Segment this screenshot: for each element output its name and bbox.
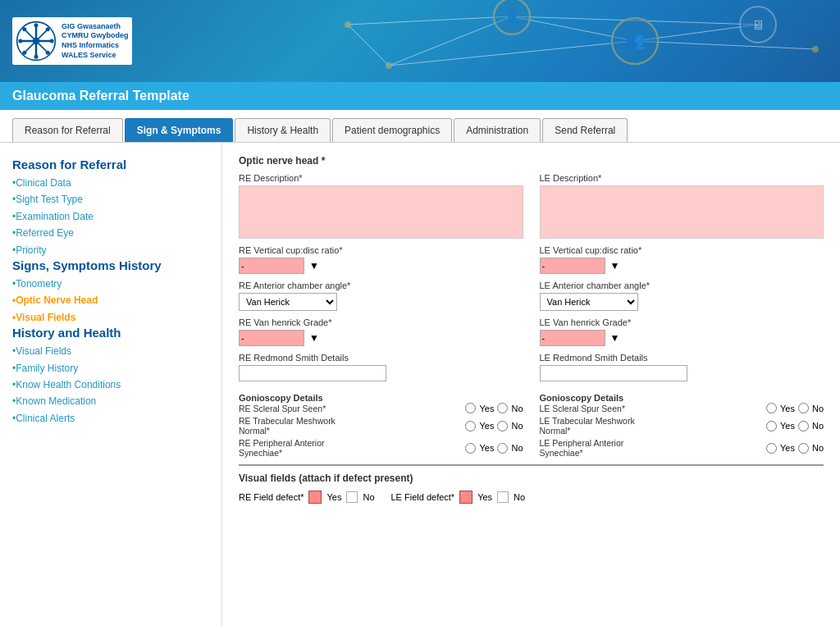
sidebar-section-reason: Reason for Referral •Clinical Data •Sigh…	[12, 158, 209, 258]
le-vcd-row: ▼	[540, 258, 824, 274]
le-field-item: LE Field defect* Yes No	[391, 491, 526, 504]
le-peripheral-item: LE Peripheral AnteriorSynechiae* Yes No	[540, 438, 824, 458]
le-description-group: LE Description*	[540, 173, 824, 239]
sidebar-item-referred-eye[interactable]: •Referred Eye	[12, 225, 209, 241]
re-scleral-no-radio[interactable]	[497, 403, 508, 413]
logo-nhs: NHS Informatics	[62, 41, 129, 51]
sidebar-item-priority[interactable]: •Priority	[12, 242, 209, 258]
le-field-label: LE Field defect*	[391, 492, 455, 502]
sidebar-item-visual-fields2[interactable]: •Visual Fields	[12, 343, 209, 359]
re-scleral-yes-radio[interactable]	[465, 403, 476, 413]
re-scleral-yes-label: Yes	[479, 404, 494, 413]
sidebar-item-family-history[interactable]: •Family History	[12, 360, 209, 377]
re-peripheral-no-label: No	[511, 443, 523, 453]
sidebar-item-exam-date[interactable]: •Examination Date	[12, 208, 209, 225]
re-description-input[interactable]	[239, 185, 523, 239]
re-aca-select[interactable]: Van Herick	[239, 293, 337, 311]
re-field-yes-checkbox[interactable]	[308, 491, 322, 504]
optic-nerve-header: Optic nerve head *	[239, 155, 824, 167]
re-trabecular-radios: Yes No	[465, 421, 523, 431]
re-field-no-checkbox[interactable]	[346, 491, 358, 503]
sidebar-title-history: History and Health	[12, 326, 209, 340]
le-peripheral-yes-label: Yes	[780, 443, 795, 453]
re-rsd-input[interactable]	[239, 365, 386, 381]
svg-point-7	[34, 55, 39, 59]
le-trabecular-radios: Yes No	[766, 421, 824, 431]
description-row: RE Description* LE Description*	[239, 173, 824, 239]
tabs-bar: Reason for Referral Sign & Symptoms Hist…	[0, 110, 840, 143]
le-peripheral-yes-radio[interactable]	[766, 443, 777, 454]
re-trabecular-yes-radio[interactable]	[465, 421, 476, 431]
trabecular-row: RE Trabecular MeshworkNormal* Yes No LE …	[239, 416, 824, 436]
re-peripheral-no-radio[interactable]	[497, 443, 508, 454]
sidebar-item-medication[interactable]: •Known Medication	[12, 393, 209, 409]
re-vhg-dropdown-icon[interactable]: ▼	[309, 332, 319, 344]
le-vhg-group: LE Van henrick Grade* ▼	[540, 317, 824, 346]
logo-cymru: CYMRU Gwybodeg	[62, 31, 129, 41]
re-vcd-input[interactable]	[239, 258, 304, 274]
re-aca-label: RE Anterior chamber angle*	[239, 281, 523, 290]
sidebar-item-tonometry[interactable]: •Tonometry	[12, 276, 209, 292]
vf-row: RE Field defect* Yes No LE Field defect*…	[239, 491, 824, 504]
tab-history[interactable]: History & Health	[235, 118, 331, 142]
re-scleral-label: RE Scleral Spur Seen*	[239, 404, 465, 413]
le-scleral-yes-radio[interactable]	[766, 403, 777, 413]
re-scleral-no-label: No	[511, 404, 523, 413]
re-peripheral-yes-radio[interactable]	[465, 443, 476, 454]
svg-line-21	[635, 41, 815, 49]
svg-text:👤: 👤	[503, 7, 522, 25]
svg-line-14	[389, 16, 512, 66]
le-trabecular-no-radio[interactable]	[798, 421, 809, 431]
sidebar-item-clinical[interactable]: •Clinical Data	[12, 175, 209, 191]
form-area: Optic nerve head * RE Description* LE De…	[221, 143, 840, 627]
re-trabecular-no-radio[interactable]	[497, 421, 508, 431]
re-scleral-item: RE Scleral Spur Seen* Yes No	[239, 403, 523, 413]
logo-box: GIG Gwasanaeth CYMRU Gwybodeg NHS Inform…	[12, 17, 132, 65]
le-vcd-dropdown-icon[interactable]: ▼	[610, 260, 620, 272]
le-trabecular-no-label: No	[812, 421, 824, 431]
le-aca-select[interactable]: Van Herick	[540, 293, 638, 311]
le-vhg-dropdown-icon[interactable]: ▼	[610, 332, 620, 344]
svg-point-22	[386, 62, 392, 69]
sidebar-item-health-conditions[interactable]: •Know Health Conditions	[12, 377, 209, 393]
logo-container: GIG Gwasanaeth CYMRU Gwybodeg NHS Inform…	[12, 17, 132, 65]
le-peripheral-no-radio[interactable]	[798, 443, 809, 454]
tab-admin[interactable]: Administration	[454, 118, 541, 142]
tab-signs[interactable]: Sign & Symptoms	[125, 118, 234, 142]
tab-referral[interactable]: Send Referral	[542, 118, 628, 142]
re-vcd-dropdown-icon[interactable]: ▼	[309, 260, 319, 272]
re-aca-group: RE Anterior chamber angle* Van Herick	[239, 281, 523, 311]
le-peripheral-label: LE Peripheral AnteriorSynechiae*	[540, 438, 766, 458]
le-vcd-input[interactable]	[540, 258, 605, 274]
sidebar-section-signs: Signs, Symptoms History •Tonometry •Opti…	[12, 258, 209, 326]
visual-fields-section: Visual fields (attach if defect present)…	[239, 464, 824, 504]
sidebar-item-sight[interactable]: •Sight Test Type	[12, 191, 209, 208]
le-aca-group: LE Anterior chamber angle* Van Herick	[540, 281, 824, 311]
le-field-yes-checkbox[interactable]	[459, 491, 472, 504]
le-trabecular-label: LE Trabecular MeshworkNormal*	[540, 416, 766, 436]
re-peripheral-radios: Yes No	[465, 443, 523, 454]
tab-demographics[interactable]: Patient demographics	[332, 118, 452, 142]
svg-line-17	[389, 41, 635, 66]
aca-row: RE Anterior chamber angle* Van Herick LE…	[239, 281, 824, 311]
svg-point-6	[34, 23, 39, 27]
sidebar-item-optic[interactable]: •Optic Nerve Head	[12, 292, 209, 308]
le-description-input[interactable]	[540, 185, 824, 239]
svg-line-20	[348, 25, 389, 66]
sidebar: Reason for Referral •Clinical Data •Sigh…	[0, 143, 221, 627]
svg-point-12	[46, 27, 50, 31]
le-field-no-checkbox[interactable]	[497, 491, 509, 503]
tab-reason[interactable]: Reason for Referral	[12, 118, 123, 142]
re-vhg-input[interactable]	[239, 330, 304, 346]
le-trabecular-item: LE Trabecular MeshworkNormal* Yes No	[540, 416, 824, 436]
re-field-label: RE Field defect*	[239, 492, 304, 502]
le-scleral-yes-label: Yes	[780, 404, 795, 413]
vhg-row: RE Van henrick Grade* ▼ LE Van henrick G…	[239, 317, 824, 346]
sidebar-item-clinical-alerts[interactable]: •Clinical Alerts	[12, 410, 209, 427]
le-trabecular-yes-radio[interactable]	[766, 421, 777, 431]
sidebar-item-visual-fields[interactable]: •Visual Fields	[12, 309, 209, 326]
le-scleral-no-radio[interactable]	[798, 403, 809, 413]
logo-wales: WALES Service	[62, 51, 129, 61]
le-vhg-input[interactable]	[540, 330, 605, 346]
le-rsd-input[interactable]	[540, 365, 687, 381]
